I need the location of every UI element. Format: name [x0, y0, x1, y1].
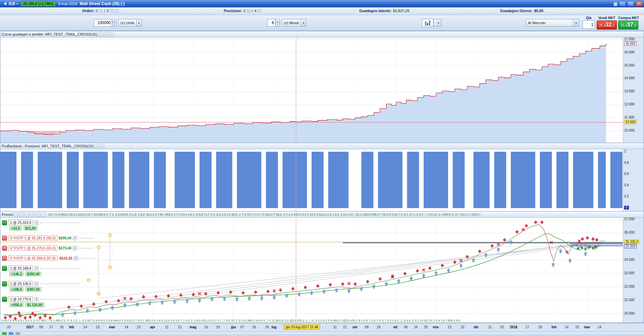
time-axis[interactable]: 202017091726feb1423mar1423apr1121mag1019…: [0, 323, 644, 332]
price-line-segment: [568, 246, 572, 254]
close-position-icon[interactable]: ×: [73, 236, 77, 240]
sell-marker-diamond: [404, 272, 407, 275]
sell-marker-diamond: [229, 290, 232, 294]
time-axis-label: 23: [575, 325, 579, 329]
position-label: 1 @ 25.188,8: [8, 266, 33, 271]
chart-app-icon[interactable]: [2, 332, 7, 335]
time-axis-label: 20: [7, 325, 10, 329]
axis-tick-label: 25.000: [624, 244, 637, 248]
sell-marker-diamond: [67, 305, 70, 309]
close-panel-icon[interactable]: ×: [25, 212, 29, 217]
position-pnl-value: $290,00: [59, 236, 71, 240]
close-position-icon[interactable]: ×: [73, 246, 77, 250]
sell-marker-diamond: [534, 221, 537, 224]
trailing-stop-chip[interactable]: V:TrSTP 1 @ 25.266,9 (57,6)-$115,20×: [2, 255, 95, 261]
layout-grid-icon[interactable]: ▦: [613, 1, 618, 6]
axis-tick-label: 23.000: [624, 271, 635, 275]
time-axis-label: 11: [488, 325, 491, 329]
chart-type-dropdown[interactable]: ▼: [434, 19, 441, 27]
timeframe-unit-select[interactable]: (x) Minuti ▼: [282, 19, 306, 27]
price-line-segment: [489, 248, 495, 250]
equity-chart[interactable]: [0, 38, 623, 143]
buy-marker-arrow: [298, 292, 301, 296]
open-position-chip[interactable]: 1 @ 24.776,6×: [2, 296, 80, 302]
quantity-unit-label: (x) Unità: [120, 21, 135, 25]
quantity-stepper[interactable]: ▲▼: [112, 19, 116, 27]
list-app-icon[interactable]: [9, 332, 13, 335]
add-indicator-icon[interactable]: +: [30, 212, 35, 217]
equity-panel-header[interactable]: Curva guadagni e perdite: MFI_TEST_TRAIL…: [0, 31, 644, 38]
restore-window-icon[interactable]: □: [104, 32, 108, 37]
position-bar: [556, 152, 569, 208]
trailing-stop-chip[interactable]: V:TrSTP 1 @ 25.275,5 (63,3)$173,40×: [2, 245, 94, 251]
price-chart[interactable]: [0, 218, 623, 323]
axis-tick-label: 0,6: [624, 172, 629, 176]
order-qty-input[interactable]: [583, 20, 595, 29]
position-summary: Posizione: 0 × / 4 +: [224, 9, 261, 13]
qty-column: Qtà: [583, 16, 595, 29]
close-position-icon[interactable]: ×: [247, 9, 251, 13]
instrument-selector[interactable]: DJI ▼: [9, 1, 18, 6]
qty-label: Qtà: [583, 16, 595, 20]
position-search-icon[interactable]: +: [258, 9, 261, 13]
price-line-segment: [547, 238, 551, 252]
chart-type-button[interactable]: [422, 19, 433, 27]
sell-marker-diamond: [80, 304, 83, 308]
time-axis-label: 14: [124, 325, 128, 329]
time-axis-label: 26: [538, 325, 542, 329]
close-position-icon[interactable]: ×: [34, 221, 39, 225]
timeframe-stepper[interactable]: ▲▼: [275, 19, 280, 27]
sell-marker-diamond: [591, 237, 594, 241]
price-line-segment: [309, 289, 315, 290]
minimize-button[interactable]: –: [619, 1, 626, 6]
open-position-chip[interactable]: 1 @ 25.324,5×: [2, 220, 80, 225]
tool-app-icon[interactable]: [15, 332, 20, 335]
order-type-select[interactable]: Al Mercato ▼: [526, 19, 579, 27]
orders-list-icon[interactable]: −: [115, 9, 118, 13]
close-position-icon[interactable]: ×: [34, 266, 39, 271]
sell-marker-diamond: [441, 264, 444, 267]
open-position-chip[interactable]: 1 @ 25.188,8×: [2, 266, 80, 271]
buy-marker-arrow: [273, 295, 276, 299]
sell-market-button[interactable]: 25.332,1: [597, 20, 617, 30]
trailing-stop-chip[interactable]: V:TrSTP 1 @ 25.281,5 (55,0)$290,00×: [2, 235, 94, 241]
close-position-icon[interactable]: ×: [34, 282, 39, 286]
cancel-orders-icon[interactable]: ×: [99, 9, 103, 13]
close-panel-icon[interactable]: ×: [109, 32, 113, 37]
close-position-icon[interactable]: ×: [74, 256, 78, 260]
wrench-icon[interactable]: ⌁: [14, 212, 18, 217]
leader-dashed-line: [78, 238, 94, 238]
price-panel-header[interactable]: Prezzo ⌁ □ × + + − 30,7 lo 9.990,6 25,3 …: [0, 211, 644, 218]
price-change-badge: 25.335,0 (+1,78%): [21, 1, 56, 6]
quantity-unit-select[interactable]: (x) Unità ▼: [118, 19, 142, 27]
time-axis-label: 11: [165, 325, 168, 329]
position-icon: [2, 246, 7, 251]
restore-window-icon[interactable]: □: [19, 212, 24, 217]
zoom-out-icon[interactable]: −: [41, 212, 45, 217]
open-position-chip[interactable]: 1 @ 25.136,5×: [2, 281, 80, 286]
sell-marker-diamond: [503, 238, 506, 242]
sell-marker-diamond: [279, 288, 282, 292]
day-gain-label: Guadagno Giorno:: [500, 9, 533, 13]
positions-panel-header[interactable]: ProBacktest - Posizioni: MFI_TEST_TRAIL_…: [0, 143, 644, 149]
audio-icon[interactable]: [2, 2, 6, 5]
wrench-icon[interactable]: ⌁: [98, 32, 103, 37]
timeframe-input[interactable]: [267, 19, 275, 27]
sell-marker-diamond: [379, 277, 382, 281]
quantity-input[interactable]: [94, 19, 112, 27]
sell-marker-diamond: [4, 316, 7, 319]
position-icon: [2, 281, 7, 286]
axis-tick-label: 21.000: [624, 298, 635, 302]
time-axis-label: 16: [252, 325, 256, 329]
close-panel-icon[interactable]: ×: [100, 144, 104, 148]
positions-chart[interactable]: [0, 149, 623, 211]
restore-window-icon[interactable]: □: [95, 144, 99, 148]
close-position-icon[interactable]: ×: [34, 297, 39, 301]
position-icon: [2, 236, 7, 241]
close-button[interactable]: ×: [636, 1, 643, 6]
zoom-in-icon[interactable]: +: [36, 212, 40, 217]
orders-search-icon[interactable]: +: [110, 9, 113, 13]
position-label: 1 @ 24.776,6: [8, 296, 33, 302]
maximize-button[interactable]: □: [627, 1, 634, 6]
buy-market-button[interactable]: 25.337,9: [618, 20, 638, 30]
